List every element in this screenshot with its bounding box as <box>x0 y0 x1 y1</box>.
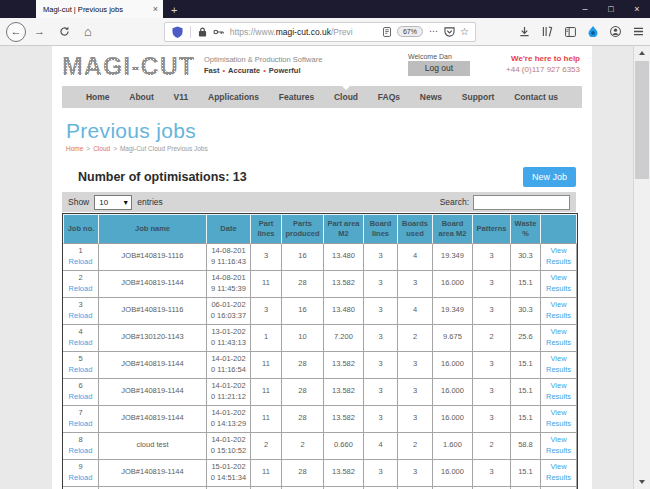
scrollbar-down-arrow[interactable] <box>634 475 650 489</box>
part-lines-cell: 2 <box>251 433 282 460</box>
search-input[interactable] <box>473 195 570 210</box>
optimisations-heading: Number of optimisations: 13 <box>78 170 247 184</box>
reader-mode-icon[interactable] <box>383 27 391 37</box>
tab-close-icon[interactable]: × <box>153 4 158 14</box>
view-results-link[interactable]: View Results <box>546 354 571 373</box>
page-actions-icon[interactable]: ⋯ <box>429 27 438 36</box>
part-lines-cell: 11 <box>251 352 282 379</box>
extension-drop-button[interactable] <box>588 26 598 37</box>
view-results-link[interactable]: View Results <box>546 408 571 427</box>
column-header-part-area-m2[interactable]: Part area M2 <box>324 214 364 244</box>
reload-link[interactable]: Reload <box>63 446 98 456</box>
pocket-icon[interactable] <box>444 27 455 37</box>
zoom-level-badge[interactable]: 67% <box>397 26 423 37</box>
nav-item-v11[interactable]: V11 <box>174 92 189 102</box>
scrollbar-thumb[interactable] <box>635 61 649 179</box>
menu-button[interactable] <box>633 27 644 36</box>
logout-button[interactable]: Log out <box>408 61 470 76</box>
view-results-cell: View Results <box>541 325 577 352</box>
search-label: Search: <box>440 197 469 207</box>
column-header-waste-[interactable]: Waste % <box>511 214 541 244</box>
bookmark-star-icon[interactable]: ☆ <box>460 27 469 37</box>
help-box: We're here to help +44 (0)117 927 6353 <box>480 52 580 74</box>
nav-item-faqs[interactable]: FAQs <box>378 92 400 102</box>
view-results-cell: View Results <box>541 406 577 433</box>
parts-produced-cell: 16 <box>282 298 324 325</box>
nav-item-cloud[interactable]: Cloud <box>334 92 358 102</box>
nav-item-features[interactable]: Features <box>279 92 314 102</box>
reload-link[interactable]: Reload <box>63 284 98 294</box>
view-results-link[interactable]: View Results <box>546 300 571 319</box>
reload-link[interactable]: Reload <box>63 392 98 402</box>
new-tab-button[interactable]: + <box>163 0 185 18</box>
reload-link[interactable]: Reload <box>63 311 98 321</box>
date-cell: 14-01-202 0 15:10:52 <box>207 433 251 460</box>
new-job-button[interactable]: New Job <box>523 167 576 187</box>
view-results-link[interactable]: View Results <box>546 327 571 346</box>
account-button[interactable] <box>610 26 621 37</box>
forward-button[interactable]: → <box>34 26 45 37</box>
back-button[interactable]: ← <box>6 22 26 42</box>
url-text[interactable]: https://www.magi-cut.co.uk/Previ <box>230 27 380 37</box>
column-header-view[interactable] <box>541 214 577 244</box>
view-results-link[interactable]: View Results <box>546 381 571 400</box>
entries-select[interactable]: 10 ▼ <box>94 195 132 210</box>
column-header-part-lines[interactable]: Part lines <box>251 214 282 244</box>
view-results-link[interactable]: View Results <box>546 462 571 481</box>
column-header-job-name[interactable]: Job name <box>99 214 207 244</box>
board-lines-cell: 3 <box>364 352 398 379</box>
column-header-board-area-m2[interactable]: Board area M2 <box>433 214 473 244</box>
close-button[interactable]: × <box>624 0 650 18</box>
url-bar[interactable]: https://www.magi-cut.co.uk/Previ 67% ⋯ ☆ <box>164 22 476 42</box>
job-name-cell: JOB#140819-1116 <box>99 298 207 325</box>
help-text: We're here to help <box>480 54 580 63</box>
show-label: Show <box>68 197 89 207</box>
tab-title: Magi-cut | Previous jobs <box>43 5 149 14</box>
view-results-link[interactable]: View Results <box>546 435 571 454</box>
nav-item-about[interactable]: About <box>129 92 154 102</box>
job-name-cell: JOB#140819-1116 <box>99 244 207 271</box>
saved-login-key-icon[interactable] <box>213 28 224 36</box>
column-header-board-lines[interactable]: Board lines <box>364 214 398 244</box>
column-header-patterns[interactable]: Patterns <box>473 214 511 244</box>
maximize-button[interactable]: □ <box>598 0 624 18</box>
minimize-button[interactable]: – <box>572 0 598 18</box>
reload-link[interactable]: Reload <box>63 419 98 429</box>
view-results-link[interactable]: View Results <box>546 273 571 292</box>
boards-used-cell: 4 <box>398 298 433 325</box>
view-results-cell: View Results <box>541 244 577 271</box>
column-header-parts-produced[interactable]: Parts produced <box>282 214 324 244</box>
column-header-boards-used[interactable]: Boards used <box>398 214 433 244</box>
date-cell: 15-01-202 0 14:51:34 <box>207 460 251 487</box>
column-header-job-no-[interactable]: Job no. <box>63 214 99 244</box>
nav-item-applications[interactable]: Applications <box>208 92 259 102</box>
library-button[interactable] <box>542 26 553 37</box>
column-header-date[interactable]: Date <box>207 214 251 244</box>
reload-link[interactable]: Reload <box>63 365 98 375</box>
board-area-cell: 1.600 <box>433 433 473 460</box>
view-results-link[interactable]: View Results <box>546 246 571 265</box>
reload-button[interactable] <box>59 26 70 37</box>
scrollbar-up-arrow[interactable] <box>634 46 650 60</box>
phone-number: +44 (0)117 927 6353 <box>480 65 580 74</box>
downloads-button[interactable] <box>519 26 530 37</box>
board-lines-cell: 3 <box>364 271 398 298</box>
vertical-scrollbar[interactable] <box>633 46 650 489</box>
reload-link[interactable]: Reload <box>63 257 98 267</box>
sidebar-button[interactable] <box>565 27 576 37</box>
home-button[interactable]: ⌂ <box>84 25 92 38</box>
nav-item-home[interactable]: Home <box>86 92 110 102</box>
tracking-protection-shield-icon[interactable] <box>172 26 183 38</box>
nav-item-news[interactable]: News <box>420 92 442 102</box>
slogan-word: Fast <box>204 66 219 75</box>
lock-icon[interactable] <box>198 27 207 37</box>
reload-link[interactable]: Reload <box>63 338 98 348</box>
nav-item-contact-us[interactable]: Contact us <box>514 92 558 102</box>
breadcrumb-separator: > <box>86 145 90 152</box>
window-controls: – □ × <box>572 0 650 18</box>
nav-item-support[interactable]: Support <box>462 92 495 102</box>
reload-link[interactable]: Reload <box>63 473 98 483</box>
breadcrumb-home[interactable]: Home <box>66 145 83 152</box>
breadcrumb-cloud[interactable]: Cloud <box>93 145 110 152</box>
browser-tab[interactable]: Magi-cut | Previous jobs × <box>36 0 163 18</box>
